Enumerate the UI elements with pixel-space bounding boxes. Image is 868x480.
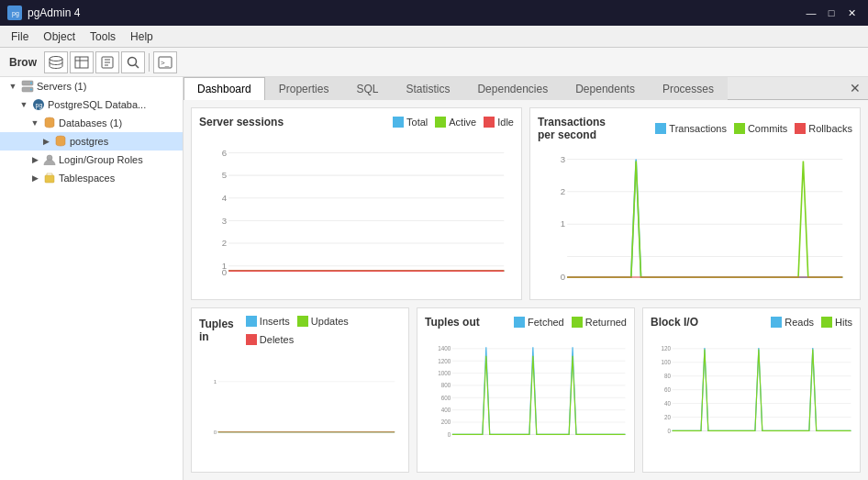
tab-processes[interactable]: Processes [649,77,728,100]
panel-close-button[interactable]: ✕ [842,77,868,99]
tab-properties[interactable]: Properties [265,77,343,100]
tuples-in-panel: Tuples in Inserts Updates [191,307,409,473]
sidebar-postgresql-label: PostgreSQL Databa... [48,99,146,110]
svg-text:4: 4 [222,193,228,203]
svg-point-10 [128,57,137,65]
legend-fetched-label: Fetched [528,317,564,328]
toolbar-btn-table[interactable] [70,51,94,73]
sidebar-item-postgresql[interactable]: ▼ pg PostgreSQL Databa... [0,95,183,114]
legend-tx-dot [655,123,666,134]
tab-dependents[interactable]: Dependents [562,77,649,100]
legend-reads: Reads [771,317,814,328]
tab-sql[interactable]: SQL [342,77,392,100]
svg-text:0: 0 [561,272,565,282]
svg-line-11 [136,64,139,68]
svg-text:60: 60 [664,386,671,393]
legend-fetched: Fetched [514,317,564,328]
tab-dependencies[interactable]: Dependencies [463,77,562,100]
sidebar-roles-label: Login/Group Roles [59,154,143,165]
legend-returned-dot [572,317,583,328]
postgresql-icon: pg [31,97,46,112]
toolbar-btn-db[interactable] [44,51,68,73]
app-icon: pg [7,6,22,20]
transactions-panel: Transactionsper second Transactions Comm… [529,107,861,300]
sidebar: ▼ Servers (1) ▼ pg PostgreSQL Databa... … [0,77,184,480]
app-title: pgAdmin 4 [28,6,80,19]
legend-updates-label: Updates [311,316,349,327]
svg-text:200: 200 [441,419,451,425]
svg-text:5: 5 [222,170,227,180]
title-bar-left: pg pgAdmin 4 [7,6,80,20]
databases-icon [42,116,57,130]
svg-text:80: 80 [664,373,671,379]
tuples-out-chart-area: 1400 1200 1000 800 600 400 200 0 [425,332,627,464]
svg-text:pg: pg [12,10,19,17]
toolbar: Brow >_ [0,48,868,77]
toolbar-btn-search[interactable] [121,51,145,73]
tablespaces-arrow: ▶ [29,173,40,183]
sidebar-tablespaces-label: Tablespaces [59,173,115,184]
legend-idle-dot [484,117,495,128]
sidebar-item-tablespaces[interactable]: ▶ Tablespaces [0,169,183,187]
minimize-button[interactable]: — [802,6,820,20]
svg-text:3: 3 [222,216,227,226]
tuples-out-svg: 1400 1200 1000 800 600 400 200 0 [425,332,627,452]
menu-object[interactable]: Object [36,28,83,45]
transactions-title: Transactionsper second [538,116,606,141]
tuples-out-legend: Fetched Returned [514,317,627,328]
svg-rect-23 [45,175,54,183]
menu-file[interactable]: File [4,28,36,45]
server-sessions-legend: Total Active Idle [393,117,514,128]
menu-bar: File Object Tools Help [0,26,868,48]
svg-text:40: 40 [664,399,671,406]
legend-commits: Commits [734,123,787,134]
legend-total-label: Total [406,117,428,128]
legend-rollbacks-label: Rollbacks [808,123,852,134]
tuples-in-svg: 1 0 [199,349,401,464]
svg-text:1000: 1000 [438,369,451,375]
toolbar-btn-properties[interactable] [95,51,119,73]
legend-rollbacks-dot [795,123,806,134]
right-panel: Dashboard Properties SQL Statistics Depe… [184,77,868,480]
lower-charts-row: Tuples in Inserts Updates [191,307,861,473]
server-sessions-header: Server sessions Total Active [199,116,514,128]
transactions-svg: 3 2 1 0 [538,145,852,292]
tuples-out-header: Tuples out Fetched Returned [425,316,627,329]
tuples-in-title: Tuples in [199,318,246,343]
sidebar-item-postgres-db[interactable]: ▶ postgres [0,132,183,151]
svg-text:400: 400 [441,407,451,413]
svg-point-2 [50,56,62,61]
tuples-in-header: Tuples in Inserts Updates [199,316,401,345]
toolbar-label: Brow [4,54,42,71]
svg-text:0: 0 [448,430,451,437]
legend-transactions: Transactions [655,123,727,134]
menu-help[interactable]: Help [123,28,161,45]
content-area: ▼ Servers (1) ▼ pg PostgreSQL Databa... … [0,77,868,480]
svg-text:0: 0 [668,427,672,433]
legend-hits: Hits [821,317,852,328]
tab-statistics[interactable]: Statistics [392,77,463,100]
legend-total-dot [393,117,404,128]
maximize-button[interactable]: □ [822,6,840,20]
window-controls[interactable]: — □ ✕ [802,6,861,20]
sidebar-item-roles[interactable]: ▶ Login/Group Roles [0,151,183,169]
svg-text:600: 600 [441,394,451,400]
server-sessions-chart-area: 6 5 4 3 2 1 0 [199,132,514,292]
sidebar-item-servers[interactable]: ▼ Servers (1) [0,77,183,95]
block-io-legend: Reads Hits [771,317,852,328]
svg-text:pg: pg [36,102,43,109]
legend-hits-dot [821,317,832,328]
tab-dashboard[interactable]: Dashboard [184,77,265,100]
main-layout: Brow >_ ▼ Servers (1) [0,48,868,480]
menu-tools[interactable]: Tools [83,28,123,45]
close-button[interactable]: ✕ [842,6,861,20]
tuples-out-title: Tuples out [425,316,480,329]
dashboard-content: Server sessions Total Active [184,100,868,480]
svg-text:100: 100 [662,359,672,365]
sidebar-item-databases[interactable]: ▼ Databases (1) [0,114,183,132]
legend-fetched-dot [514,317,525,328]
legend-inserts-dot [246,316,257,327]
tab-bar: Dashboard Properties SQL Statistics Depe… [184,77,868,100]
toolbar-btn-terminal[interactable]: >_ [153,51,177,73]
legend-total: Total [393,117,428,128]
